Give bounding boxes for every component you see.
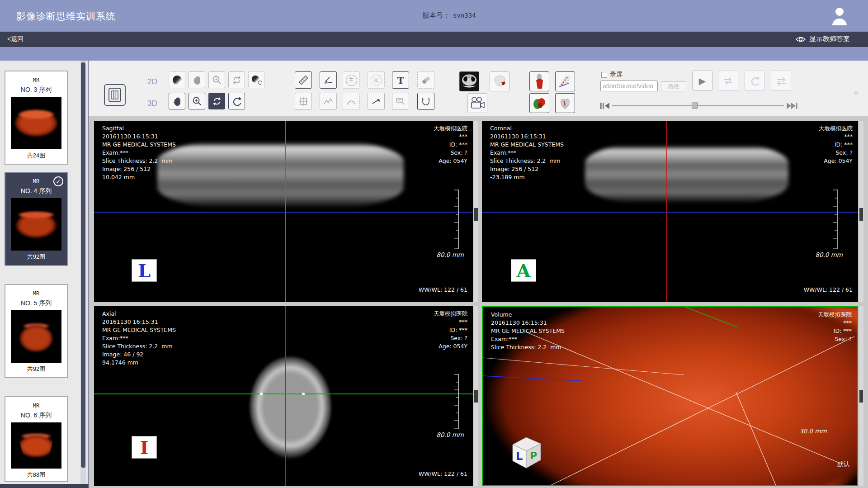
back-button[interactable]: <返回 <box>7 35 24 43</box>
volume-scrollbar[interactable] <box>859 306 863 486</box>
arrow-annotation-button[interactable] <box>368 93 385 110</box>
text-annotation-button[interactable]: T <box>392 71 409 89</box>
ruler-measure-button[interactable] <box>295 71 312 89</box>
reset-view-button[interactable] <box>228 93 245 109</box>
series-card-no5[interactable]: MR NO. 5 序列 共92图 <box>5 284 68 378</box>
viewport-axial[interactable]: Axial 20161130 16:15:31 MR GE MEDICAL SY… <box>94 306 473 486</box>
heart-model-button[interactable] <box>555 93 575 113</box>
polyline-icon <box>323 97 334 106</box>
record-path-input[interactable] <box>600 81 658 91</box>
primary-marker-icon: 主 <box>346 75 357 86</box>
volume-info-right: 天堰模拟医院 *** ID: *** Sex: ? <box>818 311 852 343</box>
window-level-readout: WW/WL: 122 / 61 <box>419 286 467 293</box>
frame-slider-track[interactable] <box>612 105 784 106</box>
crosshair-tool-button[interactable] <box>295 93 312 110</box>
heart-icon <box>557 95 573 111</box>
u-ruler-icon <box>420 96 431 106</box>
orientation-letter-left: L <box>132 259 157 282</box>
show-teacher-answer-button[interactable]: 显示教师答案 <box>795 35 850 43</box>
coronal-slice-scrollbar[interactable] <box>859 121 863 302</box>
loop-arrows-icon <box>722 76 734 86</box>
series-card-no3[interactable]: MR NO. 3 序列 共24图 <box>5 71 68 165</box>
mode-2d-label: 2D <box>147 77 157 86</box>
series-thumbnail <box>11 310 61 363</box>
arc-tool-button[interactable] <box>343 93 360 110</box>
series-name: NO. 5 序列 <box>5 299 67 308</box>
series-modality: MR <box>5 77 67 83</box>
record-screen-checkbox[interactable] <box>601 72 607 78</box>
main-toolbar: 2D 3D <box>89 61 868 116</box>
step-forward-icon[interactable] <box>787 102 797 109</box>
replay-button[interactable] <box>745 71 765 91</box>
viewport-volume-3d[interactable]: Volume 20161130 16:15:31 MR GE MEDICAL S… <box>482 306 858 486</box>
title-bar: 影像诊断思维实训系统 版本号： svn334 <box>0 0 868 32</box>
viewport-sagittal[interactable]: Sagittal 20161130 16:15:31 MR GE MEDICAL… <box>94 121 473 302</box>
loop-playback-button[interactable] <box>718 71 738 91</box>
hand-icon <box>193 75 202 85</box>
crosshair-horizontal-green[interactable] <box>94 393 473 394</box>
secondary-marker-button[interactable]: 次 <box>368 71 385 89</box>
user-avatar-icon[interactable] <box>831 6 848 26</box>
mode-3d-label: 3D <box>147 99 157 108</box>
zoom-2d-button[interactable] <box>208 71 225 88</box>
label-annotation-button[interactable] <box>392 93 409 110</box>
zoom-3d-button[interactable] <box>189 93 205 109</box>
scrollbar-thumb[interactable] <box>474 208 478 221</box>
scale-ruler <box>832 190 838 249</box>
version-label: 版本号： <box>423 11 450 20</box>
step-back-icon[interactable] <box>600 102 610 109</box>
series-thumbnail <box>11 198 61 251</box>
record-path-button[interactable]: 路径 <box>661 81 686 91</box>
pan-3d-button[interactable] <box>169 93 185 109</box>
window-level-button[interactable] <box>169 71 185 88</box>
sagittal-slice-scrollbar[interactable] <box>474 121 478 302</box>
crosshair-icon <box>298 96 308 106</box>
sidebar-bottom-scrollbar[interactable] <box>0 484 89 488</box>
lung-ct-icon <box>461 73 478 90</box>
axial-slice-scrollbar[interactable] <box>474 306 478 486</box>
video-camera-icon <box>470 96 485 110</box>
knee-model-button[interactable] <box>529 71 549 91</box>
rotate-2d-button[interactable] <box>228 71 245 88</box>
organ-model-button[interactable] <box>529 93 549 113</box>
scrollbar-thumb[interactable] <box>859 390 863 403</box>
pan-2d-button[interactable] <box>189 71 205 88</box>
rotate-3d-button-active[interactable] <box>208 93 225 109</box>
crosshair-vertical-red[interactable] <box>285 306 286 486</box>
angle-measure-button[interactable] <box>320 71 337 89</box>
callout-icon <box>395 96 406 106</box>
lung-ct-preset-button[interactable] <box>459 71 479 91</box>
series-card-no6[interactable]: MR NO. 6 序列 共88图 <box>5 396 68 482</box>
rotate-icon <box>232 75 242 85</box>
crosshair-horizontal-blue[interactable] <box>94 212 473 213</box>
eraser-button[interactable] <box>417 71 434 89</box>
orientation-cube[interactable]: L P <box>506 433 544 471</box>
foot-model-button[interactable] <box>555 71 575 91</box>
curve-tool-button[interactable] <box>320 93 337 110</box>
scale-ruler <box>453 190 459 249</box>
frame-slider-handle[interactable] <box>692 102 698 109</box>
collapse-chevron-icon[interactable]: « <box>854 87 859 97</box>
play-button[interactable]: ▶ <box>692 71 712 91</box>
scrollbar-thumb[interactable] <box>474 390 478 403</box>
scale-label: 80.0 mm <box>436 251 464 258</box>
series-image-count: 共88图 <box>5 471 67 479</box>
version-value: svn334 <box>453 12 476 19</box>
record-camera-button[interactable] <box>467 93 487 113</box>
swap-direction-button[interactable] <box>771 71 791 91</box>
sidebar-scrollbar-thumb[interactable] <box>81 62 85 468</box>
layout-button[interactable] <box>104 84 126 106</box>
series-card-no4-selected[interactable]: ✓ MR NO. 4 序列 共92图 <box>5 172 68 266</box>
primary-marker-button[interactable]: 主 <box>343 71 360 89</box>
scrollbar-thumb[interactable] <box>859 208 863 221</box>
crosshair-horizontal-blue[interactable] <box>482 212 858 213</box>
render-preset-label[interactable]: 默认 <box>837 460 850 469</box>
skull-preset-button[interactable] <box>490 71 509 91</box>
cobb-angle-button[interactable] <box>417 93 434 110</box>
viewport-coronal[interactable]: Coronal 20161130 16:15:31 MR GE MEDICAL … <box>482 121 858 302</box>
window-level-reset-button[interactable] <box>248 71 265 88</box>
series-modality: MR <box>5 403 67 409</box>
app-title: 影像诊断思维实训系统 <box>16 10 116 23</box>
sagittal-info-left: Sagittal 20161130 16:15:31 MR GE MEDICAL… <box>102 124 176 181</box>
record-screen-label: 录屏 <box>610 71 623 79</box>
